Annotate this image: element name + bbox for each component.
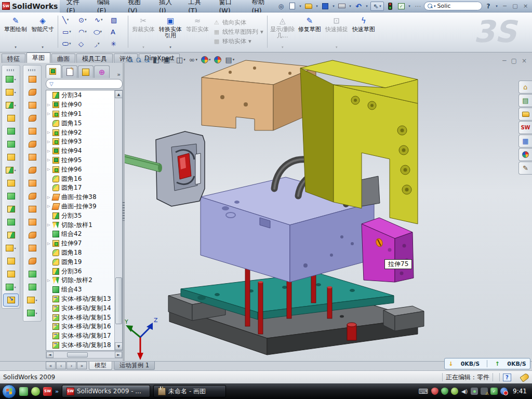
arc-caret[interactable]: ▾ [85, 30, 87, 34]
graphics-viewport[interactable]: Y Z X 拉伸75 [124, 52, 532, 361]
ribbon-big-sketch-caret[interactable]: ▾ [15, 46, 17, 50]
extruded-surface-button[interactable] [23, 73, 41, 86]
taskpane-custom-properties-tab[interactable]: ✎ [518, 162, 532, 175]
spline-tool-button[interactable]: ▾ [2, 281, 20, 294]
doc-nav-1[interactable]: ‹ [56, 362, 66, 369]
expander-icon[interactable]: ▷ [47, 103, 52, 107]
ribbon-mid-1[interactable]: ▣转换实体引用▾ [157, 14, 184, 50]
spline-tool-2-caret[interactable]: ▾ [35, 311, 37, 315]
arc-tool[interactable]: ◠▾ [77, 26, 93, 38]
view-settings-button[interactable]: ▤▾ [225, 55, 234, 65]
expander-icon[interactable]: ▷ [47, 223, 52, 227]
point-tool[interactable]: ✳ [109, 38, 125, 50]
reference-plane-button[interactable] [2, 255, 20, 268]
expander-icon[interactable]: ▷ [47, 158, 52, 162]
surface-elbow-button[interactable] [23, 190, 41, 203]
hscroll-thumb[interactable] [67, 352, 88, 357]
tree-item[interactable]: ▷拉伸97 [46, 239, 114, 248]
linear-pattern-button[interactable]: ▾ [2, 164, 20, 177]
doc-nav-0[interactable]: « [46, 362, 56, 369]
ribbon-mid-1-caret[interactable]: ▾ [169, 46, 171, 50]
tab-特征[interactable]: 特征 [2, 54, 25, 63]
slot-tool[interactable]: ▾ [61, 38, 77, 50]
tag-icon[interactable] [520, 373, 529, 382]
zoom-fit-button[interactable] [128, 55, 132, 65]
filled-surface-button[interactable] [23, 281, 41, 294]
split-line-button[interactable] [2, 203, 20, 216]
revolved-boss-button[interactable]: ▾ [2, 86, 20, 99]
new-caret[interactable]: ▾ [298, 2, 302, 10]
color-swatch-icon[interactable] [385, 2, 395, 10]
overflow-icon[interactable]: ⋯ [413, 2, 422, 10]
view-settings-caret[interactable]: ▾ [233, 58, 235, 62]
sketch-fillet-caret[interactable]: ▾ [98, 42, 100, 46]
quicklaunch-green-ball-icon[interactable] [31, 387, 40, 396]
scroll-down-button[interactable]: ▼ [115, 342, 123, 350]
tree-item[interactable]: 圆角17 [46, 183, 114, 193]
undo-caret[interactable]: ▾ [365, 2, 369, 10]
tree-item[interactable]: 组合43 [46, 285, 114, 295]
ribbon-big-smart-dimension[interactable]: ◈智能尺寸▾ [29, 14, 56, 50]
tree-item[interactable]: 实体-移动/复制15 [46, 313, 114, 322]
pin-icon[interactable]: ◎ [276, 2, 286, 10]
scroll-up-button[interactable]: ▲ [115, 90, 123, 98]
taskbar-window-1[interactable]: 未命名 - 画图 [153, 385, 226, 397]
save-caret[interactable]: ▾ [331, 2, 336, 10]
doc-restore-button[interactable]: ▢ [511, 57, 517, 64]
display-style-caret[interactable]: ▾ [183, 58, 185, 62]
expander-icon[interactable]: ▷ [47, 278, 52, 283]
open-caret[interactable]: ▾ [315, 2, 319, 10]
tree-item[interactable]: 分割34 [46, 91, 114, 100]
splitter-grip[interactable] [123, 202, 125, 221]
tab-草图[interactable]: 草图 [26, 52, 50, 63]
taskpane-solidworks-resources-tab[interactable]: SW [518, 121, 532, 134]
rib-button[interactable] [2, 138, 20, 151]
doc-tab-模型[interactable]: 模型 [89, 362, 112, 370]
tab-模具工具[interactable]: 模具工具 [76, 54, 113, 63]
ribbon-right-1[interactable]: ✎修复草图 [296, 14, 323, 50]
slot-caret[interactable]: ▾ [69, 42, 71, 46]
zoom-area-button[interactable] [136, 55, 141, 65]
doc-close-button[interactable]: × [522, 57, 527, 64]
ellipse-tool[interactable]: ○▾ [93, 26, 109, 38]
tree-item[interactable]: ▷拉伸95 [46, 156, 114, 165]
doc-minimize-button[interactable]: ─ [502, 57, 506, 64]
tray-security-red-icon[interactable] [431, 388, 438, 395]
propertymanager-tab[interactable] [62, 65, 77, 78]
open-icon[interactable] [304, 2, 313, 10]
tray-defender-icon[interactable]: ✓ [490, 388, 498, 395]
tree-item[interactable]: 实体-移动/复制18 [46, 341, 114, 350]
revolved-surface-button[interactable] [23, 86, 41, 99]
taskpane-home-tab[interactable]: ⌂ [518, 81, 532, 94]
tray-network-warning-icon[interactable] [481, 388, 488, 395]
fillet-button[interactable]: ▾ [2, 99, 20, 112]
close-button[interactable]: × [521, 2, 530, 10]
tree-vertical-scrollbar[interactable]: ▲ ▼ [114, 90, 122, 350]
tray-security-green-icon[interactable] [441, 388, 448, 395]
fillet-caret[interactable]: ▾ [14, 103, 16, 107]
status-help-icon[interactable]: ? [503, 374, 511, 381]
panel-tabs-overflow[interactable]: » [115, 71, 123, 78]
tree-item[interactable]: 圆角19 [46, 257, 114, 267]
select-region-tool[interactable]: ▧ [109, 14, 125, 26]
configurationmanager-tab[interactable] [78, 65, 94, 78]
undo-icon[interactable]: ↶ [354, 2, 363, 10]
tree-item[interactable]: ▷切除-放样2 [46, 276, 114, 285]
spline-tool-caret[interactable]: ▾ [14, 285, 16, 289]
tree-item[interactable]: ▷拉伸91 [46, 110, 114, 119]
start-button[interactable] [2, 384, 16, 398]
featuremanager-tab[interactable] [46, 64, 61, 78]
sketch-fillet-tool[interactable]: ◞▾ [93, 38, 109, 50]
doc-nav-3[interactable]: » [77, 362, 87, 369]
scroll-right-button[interactable]: ► [115, 352, 122, 358]
freeform-button[interactable] [23, 164, 41, 177]
tree-item[interactable]: 圆角16 [46, 174, 114, 183]
tree-item[interactable]: ▷拉伸92 [46, 128, 114, 137]
tree-item[interactable]: ▷曲面-拉伸39 [46, 202, 114, 211]
move-copy-body-button[interactable] [2, 229, 20, 242]
tree-item[interactable]: 组合42 [46, 230, 114, 239]
tree-item[interactable]: 分割35 [46, 211, 114, 220]
expander-icon[interactable]: ▷ [47, 130, 52, 135]
untrim-surface-button[interactable] [23, 255, 41, 268]
reference-point-2-button[interactable]: ▾ [23, 294, 41, 307]
